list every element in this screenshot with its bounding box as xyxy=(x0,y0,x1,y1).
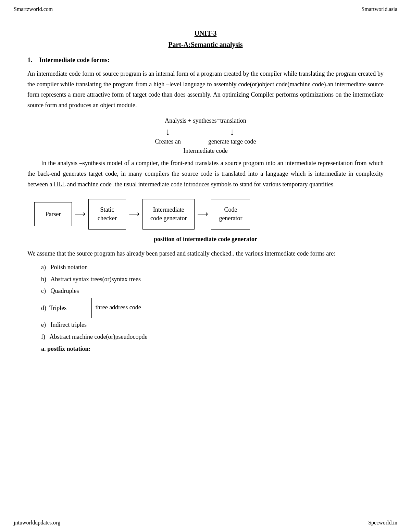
list-text-b: Abstract syntax trees(or)syntax trees xyxy=(51,276,141,283)
list-text-f: Abstract machine code(or)pseudocopde xyxy=(50,333,148,340)
header-left: Smartzworld.com xyxy=(14,6,53,12)
pipeline-diagram: Parser ⟶ Staticchecker ⟶ Intermediatecod… xyxy=(27,199,384,229)
list-text-d: Triples xyxy=(49,303,66,313)
list-item-c: c) Quadruples xyxy=(41,286,384,296)
left-arrow-label: Creates an xyxy=(155,138,180,145)
question-heading: 1. Intermediate code forms: xyxy=(27,56,384,64)
sub-heading-postfix: a. postfix notation: xyxy=(41,345,384,352)
page-footer: jntuworldupdates.org Specworld.in xyxy=(0,520,411,532)
paragraph-3: We assume that the source program has al… xyxy=(27,248,384,259)
list-item-e: e) Indirect triples xyxy=(41,320,384,330)
paragraph-2: In the analysis –synthesis model of a co… xyxy=(27,158,384,189)
arrows-row: ↓ Creates an ↓ generate targe code xyxy=(27,127,384,145)
pipeline-box-static-checker: Staticchecker xyxy=(88,199,126,229)
list-item-d: d) Triples three address code xyxy=(41,298,384,318)
list-label-b: b) xyxy=(41,276,49,283)
intermediate-label: Intermediate code xyxy=(27,147,384,154)
pipeline-box-intermediate: Intermediatecode generator xyxy=(142,199,195,229)
pipeline-caption: position of intermediate code generator xyxy=(27,236,384,243)
unit-title: UNIT-3 xyxy=(27,29,384,37)
page-header: Smartzworld.com Smartworld.asia xyxy=(0,0,411,12)
footer-right: Specworld.in xyxy=(368,520,397,526)
list-item-a: a) Polish notation xyxy=(41,262,384,273)
right-bracket xyxy=(87,298,92,318)
list-text-e: Indirect triples xyxy=(50,321,86,328)
three-address-label: three address code xyxy=(96,304,141,311)
right-down-arrow: ↓ xyxy=(230,127,235,137)
main-content: UNIT-3 Part-A:Semantic analysis 1. Inter… xyxy=(0,12,411,373)
list-item-b: b) Abstract syntax trees(or)syntax trees xyxy=(41,274,384,285)
list-item-f: f) Abstract machine code(or)pseudocopde xyxy=(41,332,384,342)
pipeline-arrow-3: ⟶ xyxy=(197,210,208,219)
question-number: 1. xyxy=(27,56,32,64)
question-title: Intermediate code forms: xyxy=(39,56,110,64)
pipeline-arrow-2: ⟶ xyxy=(129,210,140,219)
paragraph-1: An intermediate code form of source prog… xyxy=(27,69,384,110)
bracketed-group: c) Quadruples d) Triples three address c… xyxy=(41,286,384,331)
pipeline-box-parser: Parser xyxy=(34,202,72,226)
diagram-top-label: Analysis + syntheses=translation xyxy=(27,117,384,124)
left-down-arrow: ↓ xyxy=(165,127,170,137)
list-text-a: Polish notation xyxy=(50,264,88,271)
part-title: Part-A:Semantic analysis xyxy=(27,41,384,49)
list-section: a) Polish notation b) Abstract syntax tr… xyxy=(41,262,384,342)
list-text-c: Quadruples xyxy=(50,287,79,294)
right-arrow-col: ↓ generate targe code xyxy=(208,127,256,145)
footer-left: jntuworldupdates.org xyxy=(14,520,60,526)
diagram-section: Analysis + syntheses=translation ↓ Creat… xyxy=(27,117,384,154)
header-right: Smartworld.asia xyxy=(362,6,397,12)
right-arrow-label: generate targe code xyxy=(208,138,256,145)
list-label-a: a) xyxy=(41,264,49,271)
pipeline-box-code-gen: Codegenerator xyxy=(211,199,250,229)
left-arrow-col: ↓ Creates an xyxy=(155,127,180,145)
pipeline-arrow-1: ⟶ xyxy=(75,210,86,219)
